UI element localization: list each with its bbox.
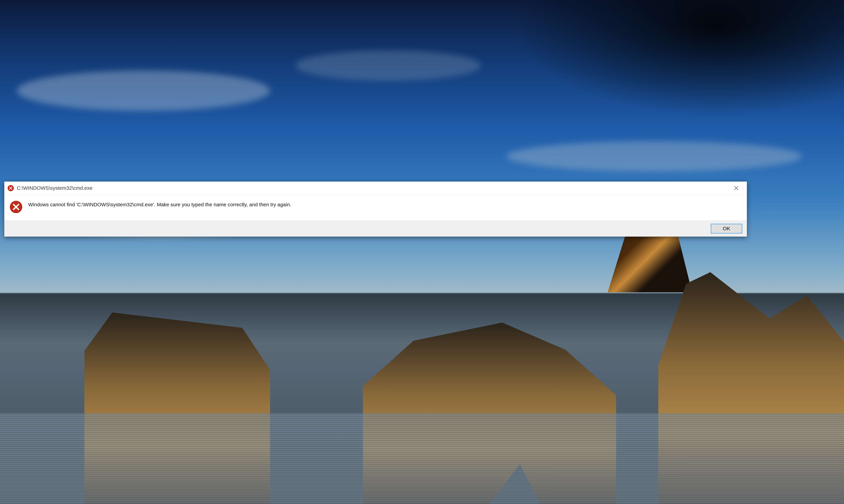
decorative-cloud	[17, 71, 270, 111]
error-dialog: C:\WINDOWS\system32\cmd.exe Windows cann…	[4, 181, 747, 237]
dialog-body: Windows cannot find 'C:\WINDOWS\system32…	[4, 195, 747, 221]
close-button[interactable]	[728, 182, 744, 195]
dialog-titlebar[interactable]: C:\WINDOWS\system32\cmd.exe	[4, 182, 747, 195]
dialog-message: Windows cannot find 'C:\WINDOWS\system32…	[28, 200, 740, 208]
decorative-cloud	[295, 50, 481, 80]
dialog-title: C:\WINDOWS\system32\cmd.exe	[17, 185, 729, 191]
close-icon	[734, 186, 739, 191]
decorative-sea	[0, 413, 844, 504]
error-icon	[10, 200, 23, 214]
desktop-wallpaper	[0, 0, 844, 504]
error-icon	[7, 185, 14, 192]
dialog-button-row: OK	[4, 221, 747, 236]
ok-button[interactable]: OK	[711, 224, 742, 233]
decorative-cloud	[506, 141, 802, 172]
